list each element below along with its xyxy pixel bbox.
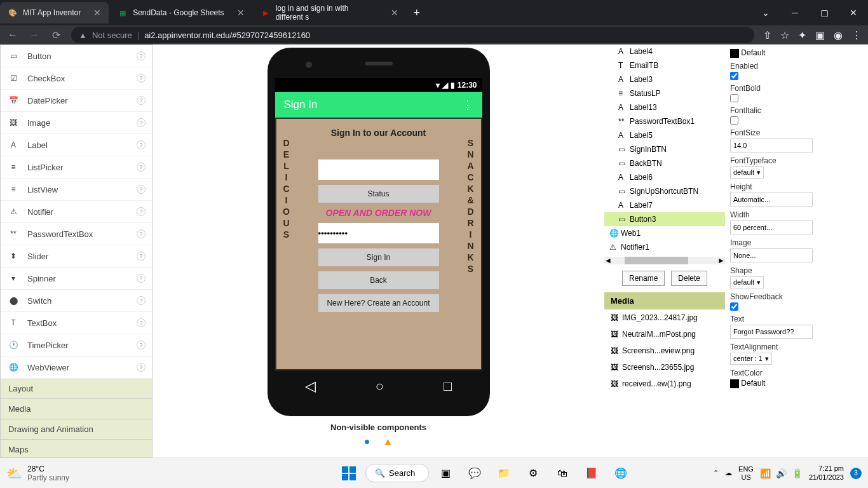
palette-item[interactable]: 🖼Image? xyxy=(1,112,152,134)
palette-item[interactable]: 🕐TimePicker? xyxy=(1,334,152,356)
start-button[interactable] xyxy=(336,461,362,486)
palette-item[interactable]: ALabel? xyxy=(1,134,152,156)
notification-badge[interactable]: 3 xyxy=(850,468,862,479)
palette-group[interactable]: Drawing and Animation xyxy=(1,419,152,440)
palette-group[interactable]: Layout xyxy=(1,379,152,399)
close-icon[interactable]: ✕ xyxy=(839,0,868,25)
component-tree-item[interactable]: ALabel7 xyxy=(604,198,725,212)
maximize-icon[interactable]: ▢ xyxy=(810,0,839,25)
component-tree-item[interactable]: ≡StatusLP xyxy=(604,86,725,100)
explorer-icon[interactable]: 📁 xyxy=(491,461,517,486)
store-icon[interactable]: 🛍 xyxy=(550,461,575,486)
extensions-icon[interactable]: ✦ xyxy=(798,29,806,41)
menu-icon[interactable]: ⋮ xyxy=(851,29,862,41)
help-icon[interactable]: ? xyxy=(137,229,146,238)
app-content[interactable]: DELICIOUS SNACK&DRINKS Sign In to our Ac… xyxy=(275,118,482,370)
image-input[interactable] xyxy=(730,248,813,262)
media-item[interactable]: 🖼IMG_2023...24817.jpg xyxy=(604,309,725,326)
component-tree-item[interactable]: ALabel6 xyxy=(604,170,725,184)
tab-close-icon[interactable]: ✕ xyxy=(93,8,101,18)
help-icon[interactable]: ? xyxy=(137,51,146,60)
help-icon[interactable]: ? xyxy=(137,252,146,261)
help-icon[interactable]: ? xyxy=(137,185,146,194)
nav-recent-icon[interactable]: □ xyxy=(444,378,452,395)
component-tree-item[interactable]: **PasswordTextBox1 xyxy=(604,114,725,128)
height-input[interactable] xyxy=(730,193,813,207)
fontitalic-checkbox[interactable] xyxy=(730,116,738,125)
component-tree-item[interactable]: ⚠Notifier1 xyxy=(604,240,725,254)
palette-item[interactable]: ☑CheckBox? xyxy=(1,67,152,90)
component-tree-item[interactable]: TEmailTB xyxy=(604,58,725,72)
delete-button[interactable]: Delete xyxy=(671,271,707,286)
onedrive-icon[interactable]: ☁ xyxy=(725,469,732,477)
palette-item[interactable]: 📅DatePicker? xyxy=(1,90,152,112)
share-icon[interactable]: ⇧ xyxy=(763,29,771,41)
chrome-icon[interactable]: 🌐 xyxy=(608,461,634,486)
battery-icon[interactable]: 🔋 xyxy=(792,468,803,478)
volume-icon[interactable]: 🔊 xyxy=(776,468,787,478)
component-tree-item[interactable]: ALabel13 xyxy=(604,100,725,114)
fontbold-checkbox[interactable] xyxy=(730,94,738,102)
office-icon[interactable]: 📕 xyxy=(579,461,604,486)
scroll-left-icon[interactable]: ◄ xyxy=(604,256,612,265)
shape-select[interactable]: default ▾ xyxy=(730,276,764,288)
nav-back-icon[interactable]: ◁ xyxy=(305,378,316,395)
showfeedback-checkbox[interactable] xyxy=(730,302,738,311)
fonttypeface-select[interactable]: default ▾ xyxy=(730,166,764,179)
palette-item[interactable]: ▾Spinner? xyxy=(1,268,152,290)
new-tab-button[interactable]: + xyxy=(407,6,427,20)
task-view-icon[interactable]: ▣ xyxy=(433,461,458,486)
help-icon[interactable]: ? xyxy=(137,140,146,149)
media-item[interactable]: 🖼Screensh...eview.png xyxy=(604,342,725,359)
component-tree-item[interactable]: ▭BackBTN xyxy=(604,156,725,170)
help-icon[interactable]: ? xyxy=(137,363,146,372)
help-icon[interactable]: ? xyxy=(137,74,146,83)
fontsize-input[interactable] xyxy=(730,139,813,152)
tab[interactable]: ▦ SendData - Google Sheets ✕ xyxy=(110,2,252,24)
horizontal-scrollbar[interactable]: ◄ ► xyxy=(604,257,725,264)
help-icon[interactable]: ? xyxy=(137,296,146,305)
help-icon[interactable]: ? xyxy=(137,118,146,127)
width-input[interactable] xyxy=(730,220,813,234)
component-tree-item[interactable]: ▭Button3 xyxy=(604,212,725,226)
chevron-up-icon[interactable]: ⌃ xyxy=(713,469,719,477)
enabled-checkbox[interactable] xyxy=(730,72,738,80)
component-tree-item[interactable]: ALabel5 xyxy=(604,128,725,142)
component-tree-item[interactable]: ▭SignUpShortcutBTN xyxy=(604,184,725,198)
help-icon[interactable]: ? xyxy=(137,341,146,349)
scroll-right-icon[interactable]: ► xyxy=(717,256,725,265)
back-button[interactable]: Back xyxy=(318,271,439,289)
reload-icon[interactable]: ⟳ xyxy=(50,29,62,41)
palette-item[interactable]: TTextBox? xyxy=(1,312,152,334)
status-button[interactable]: Status xyxy=(318,185,439,203)
palette-group[interactable]: Maps xyxy=(1,440,152,458)
palette-item[interactable]: ≡ListPicker? xyxy=(1,156,152,179)
profile-icon[interactable]: ◉ xyxy=(834,29,843,41)
lang-1[interactable]: ENG xyxy=(738,465,754,473)
account-icon[interactable]: ▣ xyxy=(815,29,825,41)
web-icon[interactable]: ● xyxy=(364,436,370,447)
password-field[interactable] xyxy=(318,223,439,243)
text-input[interactable] xyxy=(730,325,813,339)
back-icon[interactable]: ← xyxy=(6,29,19,41)
tab-close-icon[interactable]: ✕ xyxy=(237,8,245,18)
url-input[interactable]: ▲ Not secure | ai2.appinventor.mit.edu/#… xyxy=(71,27,754,43)
component-tree-item[interactable]: ALabel3 xyxy=(604,72,725,86)
chevron-down-icon[interactable]: ⌄ xyxy=(751,0,780,25)
minimize-icon[interactable]: ─ xyxy=(780,0,810,25)
clock[interactable]: 7:21 pm 21/01/2023 xyxy=(809,464,844,481)
textalignment-select[interactable]: center : 1 ▾ xyxy=(730,353,772,365)
media-item[interactable]: 🖼Screensh...23655.jpg xyxy=(604,359,725,376)
notifier-icon[interactable]: ▲ xyxy=(383,436,393,447)
tab[interactable]: ▶ log in and sign in with different s ✕ xyxy=(254,2,406,24)
tab-close-icon[interactable]: ✕ xyxy=(391,8,398,18)
wifi-icon[interactable]: 📶 xyxy=(760,468,771,478)
palette-item[interactable]: ≡ListView? xyxy=(1,179,152,201)
palette-item[interactable]: ▭Button? xyxy=(1,45,152,67)
palette-item[interactable]: 🌐WebViewer? xyxy=(1,356,152,379)
media-item[interactable]: 🖼NeutralM...mPost.png xyxy=(604,326,725,342)
help-icon[interactable]: ? xyxy=(137,96,146,105)
help-icon[interactable]: ? xyxy=(137,274,146,283)
nav-home-icon[interactable]: ○ xyxy=(376,378,384,395)
component-tree-item[interactable]: ALabel4 xyxy=(604,44,725,58)
